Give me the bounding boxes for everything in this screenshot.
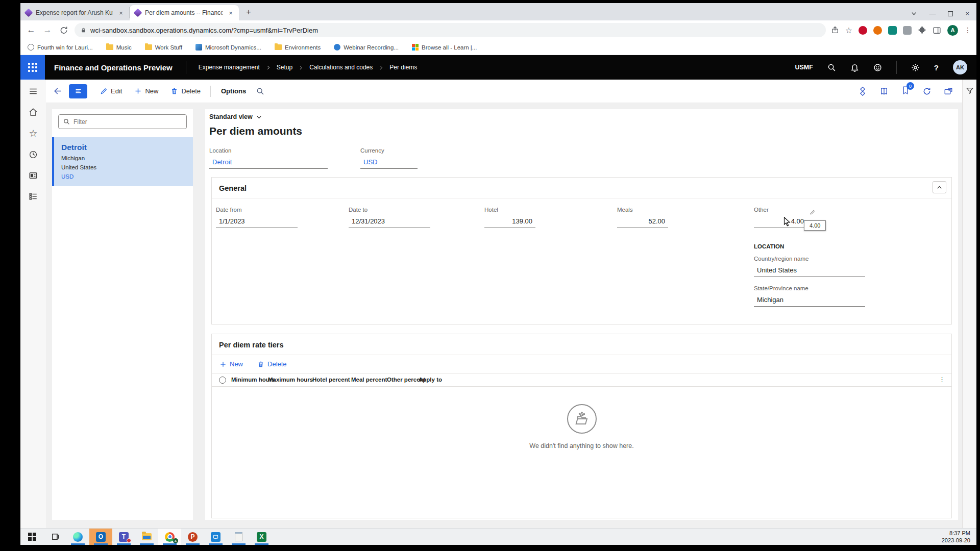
new-tab-button[interactable]: +	[242, 6, 255, 19]
page-back-icon[interactable]	[53, 86, 63, 96]
refresh-icon[interactable]	[922, 87, 932, 96]
address-bar[interactable]: wci-sandbox.sandbox.operations.dynamics.…	[75, 23, 826, 37]
breadcrumb-expense-management[interactable]: Expense management	[199, 64, 260, 71]
country-region-value[interactable]: United States	[754, 266, 865, 277]
currency-value[interactable]: USD	[360, 158, 418, 169]
taskbar-file-explorer[interactable]	[135, 529, 158, 545]
hamburger-menu-icon[interactable]	[29, 87, 38, 96]
nav-rail: ☆	[20, 80, 46, 528]
col-hotel-percent[interactable]: Hotel percent	[312, 377, 350, 383]
taskbar-notepad[interactable]	[227, 529, 250, 545]
optimize-icon[interactable]	[858, 87, 867, 96]
tiers-new-button[interactable]: New	[219, 360, 243, 368]
bookmark-item[interactable]: Browse all - Learn |...	[412, 44, 477, 51]
new-button[interactable]: New	[129, 84, 164, 99]
tab-expense-report[interactable]: Expense report for Arush Kuthia ×	[20, 7, 130, 18]
edit-pencil-icon[interactable]	[810, 209, 816, 215]
extensions-puzzle-icon[interactable]	[918, 26, 926, 35]
location-value[interactable]: Detroit	[209, 158, 328, 169]
tab-close-icon[interactable]: ×	[117, 9, 125, 17]
grid-options-icon[interactable]: ⋮	[939, 375, 945, 383]
user-avatar[interactable]: AK	[953, 60, 967, 74]
breadcrumb-per-diems[interactable]: Per diems	[389, 64, 417, 71]
forward-icon[interactable]: →	[42, 25, 53, 35]
hotel-value[interactable]: 139.00	[484, 217, 535, 228]
notifications-bell-icon[interactable]	[850, 63, 859, 72]
taskbar-clock[interactable]: 8:37 PM 2023-09-20	[942, 529, 976, 545]
close-window-button[interactable]: ×	[965, 10, 969, 17]
tab-search-chevron-icon[interactable]	[911, 11, 917, 16]
taskbar-outlook[interactable]: O	[89, 529, 112, 545]
open-in-new-window-icon[interactable]	[944, 87, 953, 96]
adblock-extension-icon[interactable]	[859, 26, 867, 35]
taskbar-excel[interactable]: X	[250, 529, 273, 545]
favorites-star-icon[interactable]: ☆	[29, 129, 37, 138]
date-to-value[interactable]: 12/31/2023	[349, 217, 430, 228]
col-apply-to[interactable]: Apply to	[419, 377, 442, 383]
bookmark-item[interactable]: Webinar Recording...	[334, 44, 399, 51]
options-button[interactable]: Options	[215, 87, 252, 95]
col-meal-percent[interactable]: Meal percent	[351, 377, 387, 383]
other-value[interactable]: 4.00	[754, 217, 807, 228]
taskbar-teams[interactable]: T	[112, 529, 135, 545]
bookmark-item[interactable]: Environments	[275, 44, 321, 51]
state-province-field: State/Province name Michigan	[754, 285, 865, 307]
help-icon[interactable]: ?	[934, 63, 939, 72]
task-view-button[interactable]	[43, 529, 66, 545]
tab-close-icon[interactable]: ×	[227, 9, 235, 17]
show-list-button[interactable]	[69, 84, 87, 98]
modules-icon[interactable]	[29, 192, 38, 201]
meals-value[interactable]: 52.00	[617, 217, 668, 228]
delete-button[interactable]: Delete	[165, 84, 206, 99]
breadcrumb-setup[interactable]: Setup	[277, 64, 292, 71]
col-maximum-hours[interactable]: Maximum hours	[268, 377, 313, 383]
taskbar-remote-app[interactable]	[204, 529, 227, 545]
side-panel-icon[interactable]	[933, 26, 941, 35]
collapse-section-button[interactable]	[933, 181, 946, 193]
taskbar-powerpoint[interactable]: P	[181, 529, 204, 545]
app-launcher-button[interactable]	[20, 55, 45, 80]
settings-gear-icon[interactable]	[911, 63, 920, 72]
select-all-radio[interactable]	[219, 377, 226, 384]
browser-menu-icon[interactable]: ⋮	[964, 26, 971, 34]
share-icon[interactable]	[831, 26, 839, 34]
bookmark-item[interactable]: Music	[106, 44, 132, 51]
bookmark-item[interactable]: Work Stuff	[145, 44, 182, 51]
tiers-delete-button[interactable]: Delete	[257, 360, 287, 368]
tab-per-diem-amounts[interactable]: Per diem amounts -- Finance an ×	[130, 5, 239, 20]
task-guide-icon[interactable]	[879, 87, 889, 96]
messages-button[interactable]: 0	[901, 86, 910, 97]
bookmark-item[interactable]: Fourth win for Lauri...	[28, 44, 93, 51]
taskbar-edge[interactable]	[66, 529, 89, 545]
toolbar-search-icon[interactable]	[256, 87, 264, 95]
back-icon[interactable]: ←	[26, 25, 37, 35]
filter-funnel-icon[interactable]	[966, 87, 974, 95]
list-item-detroit[interactable]: Detroit Michigan United States USD	[52, 137, 193, 186]
calendar-extension-icon[interactable]	[888, 26, 897, 35]
general-section-header[interactable]: General	[212, 178, 951, 198]
state-province-value[interactable]: Michigan	[754, 295, 865, 307]
start-button[interactable]	[20, 529, 43, 545]
feedback-smiley-icon[interactable]	[873, 63, 882, 72]
gray-extension-icon[interactable]	[903, 26, 912, 35]
workspaces-icon[interactable]	[29, 171, 38, 180]
search-icon[interactable]	[827, 63, 836, 72]
browser-profile-avatar[interactable]: A	[947, 25, 958, 36]
filter-input[interactable]	[74, 118, 182, 126]
date-from-value[interactable]: 1/1/2023	[216, 217, 298, 228]
reload-icon[interactable]	[58, 26, 69, 35]
taskbar-chrome[interactable]: A	[158, 529, 181, 545]
orange-extension-icon[interactable]	[873, 26, 882, 35]
minimize-button[interactable]: —	[929, 10, 936, 17]
company-selector[interactable]: USMF	[795, 64, 813, 71]
home-icon[interactable]	[29, 108, 38, 117]
bookmark-star-icon[interactable]: ☆	[845, 26, 852, 35]
breadcrumb-calculations-and-codes[interactable]: Calculations and codes	[309, 64, 373, 71]
view-selector[interactable]: Standard view	[208, 113, 958, 120]
maximize-button[interactable]	[948, 11, 953, 16]
edit-button[interactable]: Edit	[94, 84, 128, 99]
bookmark-item[interactable]: Microsoft Dynamics...	[195, 44, 261, 51]
recent-clock-icon[interactable]	[29, 150, 38, 159]
rate-tiers-header[interactable]: Per diem rate tiers	[212, 334, 951, 355]
filter-field[interactable]	[58, 114, 187, 129]
